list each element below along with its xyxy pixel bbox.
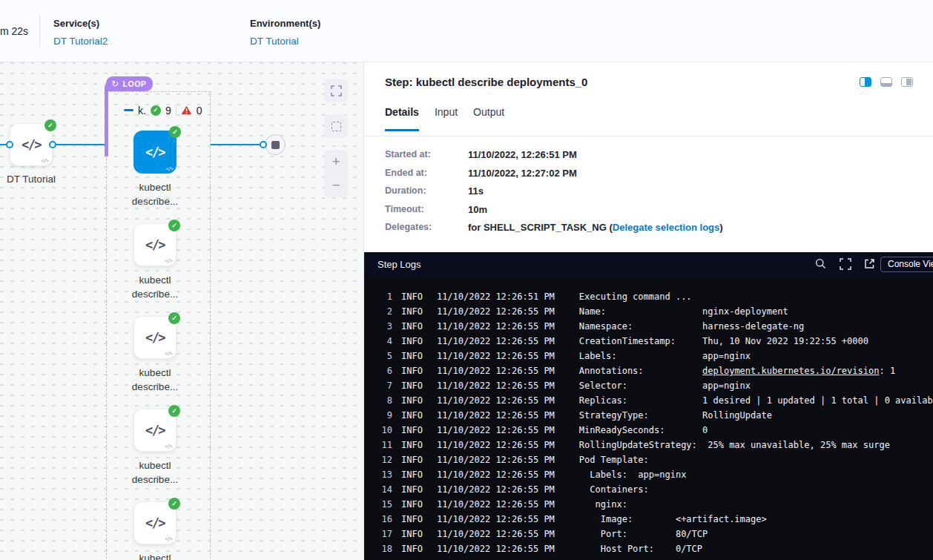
services-label: Service(s) — [53, 18, 108, 29]
tab-output[interactable]: Output — [473, 106, 504, 131]
fail-count: 0 — [197, 105, 202, 116]
log-open-new-tab-button[interactable] — [864, 258, 875, 272]
log-line-number: 5 — [375, 351, 392, 361]
zoom-in-button[interactable]: + — [324, 150, 348, 174]
loop-node-label[interactable]: describe... — [122, 287, 188, 301]
layout-bottom-view-icon[interactable] — [880, 77, 892, 87]
log-timestamp: 11/10/2022 12:26:55 PM — [437, 499, 555, 510]
log-line-number: 10 — [375, 425, 392, 435]
detail-label: Duration: — [385, 185, 468, 196]
log-line-number: 12 — [375, 455, 392, 465]
log-message: Labels: app=nginx — [579, 470, 687, 480]
loop-node-label[interactable]: describe... — [122, 472, 188, 487]
detail-label: Ended at: — [385, 168, 468, 178]
loop-node-3[interactable]: </></>✓ — [133, 316, 177, 359]
panel-layout-controls — [860, 77, 933, 87]
end-node[interactable] — [265, 134, 286, 155]
detail-row: Delegates:for SHELL_SCRIPT_TASK_NG (Dele… — [385, 222, 933, 240]
delegate-selection-logs-link[interactable]: Delegate selection logs — [613, 222, 720, 233]
code-icon: </> — [145, 145, 165, 159]
log-timestamp: 11/10/2022 12:26:55 PM — [437, 395, 555, 406]
tab-details[interactable]: Details — [385, 106, 419, 131]
zoom-out-button[interactable]: − — [324, 174, 348, 197]
loop-badge[interactable]: ↻ LOOP — [106, 76, 153, 91]
canvas-fullscreen-button[interactable] — [324, 79, 348, 102]
node-label-dt-tutorial[interactable]: DT Tutorial — [0, 172, 65, 186]
port-start-right — [49, 141, 56, 148]
log-line-number: 17 — [375, 529, 392, 539]
success-badge-icon: ✓ — [168, 312, 180, 324]
log-timestamp: 11/10/2022 12:26:55 PM — [437, 514, 555, 524]
loop-badge-tail — [105, 85, 108, 157]
log-annotation-link[interactable]: deployment.kubernetes.io/revision — [702, 366, 879, 376]
log-line-number: 1 — [375, 291, 392, 302]
loop-node-1[interactable]: </></>✓ — [133, 131, 177, 174]
detail-row: Duration:11s — [385, 185, 933, 204]
log-message: StrategyType: RollingUpdate — [579, 410, 772, 421]
loop-node-label[interactable]: kubectl — [122, 273, 188, 287]
log-timestamp: 11/10/2022 12:26:55 PM — [437, 440, 555, 450]
log-fullscreen-button[interactable] — [840, 258, 851, 273]
step-details-panel: Step: kubectl describe deployments_0 Det… — [363, 62, 933, 560]
log-message: Image: <+artifact.image> — [579, 514, 767, 524]
loop-node-label[interactable]: kubectl — [122, 366, 188, 380]
pipeline-canvas[interactable]: </> </> ✓ DT Tutorial ↻ LOOP k. ✓ 9 0 </… — [0, 62, 363, 560]
success-count: 9 — [165, 105, 171, 116]
success-badge-icon: ✓ — [168, 220, 180, 231]
execution-header: m 22s Service(s) DT Tutorial2 Environmen… — [0, 0, 933, 62]
port-end-left — [260, 141, 267, 148]
loop-node-5[interactable]: </></>✓ — [133, 501, 177, 544]
log-message: Executing command ... — [579, 291, 692, 302]
search-icon — [815, 258, 826, 269]
log-message: Containers: — [579, 484, 649, 495]
canvas-zoom-controls: + − — [324, 150, 348, 197]
service-link[interactable]: DT Tutorial2 — [53, 36, 108, 47]
log-level: INFO — [401, 351, 423, 361]
log-line: 2INFO11/10/2022 12:26:55 PMName: nginx-d… — [364, 304, 933, 319]
log-line-number: 13 — [375, 470, 392, 480]
log-line: 5INFO11/10/2022 12:26:55 PMLabels: app=n… — [364, 349, 933, 363]
log-line: 12INFO11/10/2022 12:26:55 PMPod Template… — [364, 452, 933, 467]
log-line: 16INFO11/10/2022 12:26:55 PM Image: <+ar… — [364, 512, 933, 527]
log-message: nginx: — [579, 499, 627, 510]
canvas-select-button[interactable] — [324, 114, 348, 138]
environment-link[interactable]: DT Tutorial — [250, 36, 299, 47]
header-divider — [39, 15, 40, 47]
loop-node-label[interactable]: describe... — [122, 194, 188, 208]
loop-node-label[interactable]: kubectl — [122, 458, 188, 472]
success-badge-icon: ✓ — [44, 119, 56, 131]
loop-node-4[interactable]: </></>✓ — [133, 409, 177, 452]
environments-label: Environment(s) — [250, 18, 320, 29]
console-view-button[interactable]: Console View — [880, 257, 933, 272]
loop-node-label[interactable]: kubectl — [122, 180, 188, 194]
success-badge-icon: ✓ — [169, 126, 181, 138]
log-message: Replicas: 1 desired | 1 updated | 1 tota… — [579, 395, 933, 406]
log-line: 4INFO11/10/2022 12:26:55 PMCreationTimes… — [364, 334, 933, 349]
log-line: 1INFO11/10/2022 12:26:51 PMExecuting com… — [364, 289, 933, 304]
log-timestamp: 11/10/2022 12:26:51 PM — [437, 291, 555, 302]
loop-node-label[interactable]: describe... — [122, 380, 188, 394]
log-level: INFO — [401, 499, 423, 510]
selection-box-icon — [332, 122, 341, 131]
log-search-button[interactable] — [815, 258, 826, 272]
log-message: Name: nginx-deployment — [579, 306, 788, 317]
log-level: INFO — [401, 381, 423, 391]
detail-label: Timeout: — [385, 204, 468, 214]
loop-node-2[interactable]: </></>✓ — [133, 223, 177, 266]
collapse-group-button[interactable] — [124, 109, 133, 111]
layout-right-view-icon[interactable] — [901, 77, 913, 87]
loop-node-label[interactable]: kubectl — [122, 551, 188, 560]
log-timestamp: 11/10/2022 12:26:55 PM — [437, 306, 555, 317]
layout-split-view-icon[interactable] — [860, 77, 871, 87]
node-dt-tutorial[interactable]: </> </> ✓ — [10, 123, 53, 166]
log-timestamp: 11/10/2022 12:26:55 PM — [437, 366, 555, 376]
log-timestamp: 11/10/2022 12:26:55 PM — [437, 425, 555, 435]
shell-script-corner-icon: </> — [165, 444, 172, 449]
elapsed-time: m 22s — [0, 25, 28, 37]
log-timestamp: 11/10/2022 12:26:55 PM — [437, 351, 555, 361]
environments-block: Environment(s) DT Tutorial — [250, 18, 320, 47]
step-logs-console[interactable]: 1INFO11/10/2022 12:26:51 PMExecuting com… — [364, 276, 933, 560]
log-line-number: 6 — [375, 366, 392, 376]
tab-input[interactable]: Input — [435, 106, 458, 131]
log-timestamp: 11/10/2022 12:26:55 PM — [437, 455, 555, 465]
